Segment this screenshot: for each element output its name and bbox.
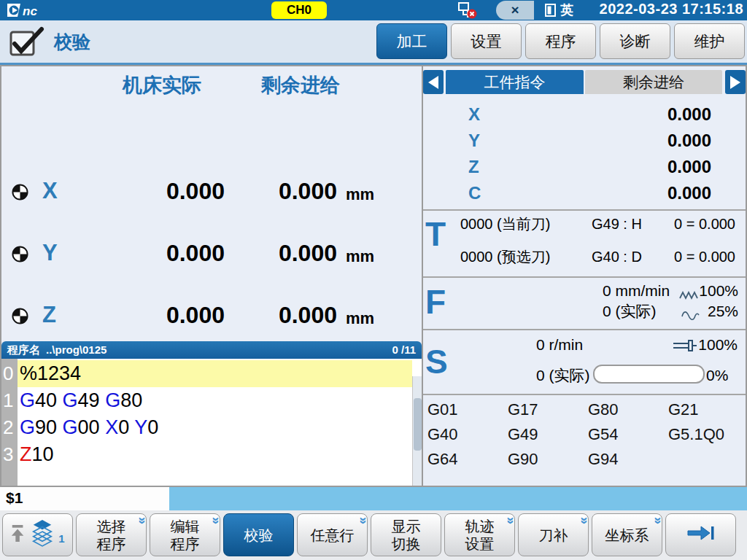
program-code: Z10	[18, 441, 412, 468]
position-panel: 机床实际 剩余进给 X0.0000.000mmY0.0000.000mmZ0.0…	[1, 66, 422, 486]
channel-status: $1	[0, 487, 169, 510]
page-title: 校验	[54, 30, 90, 54]
verify-check-icon	[9, 26, 47, 61]
svg-text:nc: nc	[23, 4, 37, 18]
coord-tabs-next-button[interactable]	[725, 70, 746, 94]
softkey-tool-compensation[interactable]: 刀补«	[518, 513, 589, 556]
input-close-button[interactable]: ×	[496, 1, 534, 20]
softkey-edit-program[interactable]: 编辑程序«	[150, 513, 220, 556]
tool-compensation: G49 : H	[592, 213, 642, 235]
gcode-status-item: G64	[427, 450, 458, 469]
code-token: Z	[20, 443, 32, 465]
program-path: ..\prog\0125	[46, 343, 107, 356]
line-number: 2	[1, 414, 18, 441]
menu-layers-icon	[31, 518, 54, 552]
coord-axis-label: Y	[468, 128, 480, 154]
channel-label: $1	[6, 487, 169, 509]
next-page-icon	[686, 524, 716, 545]
program-line[interactable]: 1G40 G49 G80	[1, 387, 412, 414]
remaining-feed-value: 0.000	[198, 302, 337, 329]
line-number: 3	[1, 441, 18, 468]
gcode-status-item: G54	[588, 425, 619, 444]
tab-machining[interactable]: 加工	[376, 23, 447, 59]
axis-row-x: X0.0000.000mm	[1, 174, 422, 211]
tab-workpiece-command[interactable]: 工件指令	[446, 70, 584, 94]
coord-row-x: X0.000	[423, 101, 746, 128]
code-token: 49	[78, 389, 106, 411]
submenu-chevron-icon: «	[209, 517, 220, 524]
axis-unit: mm	[346, 185, 374, 204]
code-token: G	[63, 416, 78, 438]
gcode-status-item: G49	[508, 425, 538, 444]
program-scrollbar[interactable]	[412, 376, 422, 486]
coord-row-c: C0.000	[423, 180, 746, 206]
softkey-trajectory-settings[interactable]: 轨迹设置«	[444, 513, 515, 556]
gcode-status-item: G40	[427, 425, 458, 444]
tab-diagnosis[interactable]: 诊断	[600, 23, 670, 59]
machine-zero-icon	[12, 184, 29, 201]
feed-row-programmed: 0 mm/min 100%	[423, 281, 746, 301]
hnc-logo-icon: nc	[6, 2, 53, 21]
tool-compensation: G40 : D	[592, 246, 642, 268]
code-token: Y	[134, 416, 147, 438]
keyboard-layout-icon[interactable]	[545, 4, 556, 20]
program-code: G40 G49 G80	[18, 387, 412, 414]
status-bar: $1	[0, 487, 747, 510]
language-indicator[interactable]: 英	[560, 1, 573, 19]
program-line[interactable]: 3Z10	[1, 441, 412, 468]
tab-program[interactable]: 程序	[525, 23, 596, 59]
softkey-menu-return[interactable]: 1	[2, 513, 73, 556]
softkey-label: 轨迹	[465, 518, 495, 535]
submenu-chevron-icon: «	[135, 517, 147, 524]
rapid-override-percent: 100%	[699, 281, 738, 301]
axis-label: Z	[42, 302, 76, 328]
program-line[interactable]: 0%1234	[1, 360, 412, 387]
scrollbar-thumb[interactable]	[414, 398, 422, 451]
axis-unit: mm	[346, 309, 374, 328]
machine-zero-icon	[12, 308, 29, 325]
gcode-status-item: G01	[427, 400, 458, 419]
tool-row: 0000 (当前刀)G49 : H0 = 0.000	[423, 213, 746, 235]
submenu-chevron-icon: «	[356, 517, 368, 524]
coord-axis-value: 0.000	[667, 154, 711, 180]
main-tabs: 加工设置程序诊断维护	[376, 23, 745, 59]
gcode-status-item: G94	[588, 450, 619, 469]
softkey-display-toggle[interactable]: 显示切换	[371, 513, 441, 556]
titlebar: nc CH0 × 英 2022-03-23 17:15:18	[0, 0, 747, 20]
softkey-verify[interactable]: 校验	[223, 513, 294, 556]
program-line[interactable]: 2G90 G00 X0 Y0	[1, 414, 412, 441]
softkey-label: 选择	[97, 518, 126, 535]
menu-page-number: 1	[58, 530, 64, 548]
axis-row-z: Z0.0000.000mm	[1, 298, 422, 335]
gcode-status-item: G80	[588, 400, 619, 419]
feed-value: 0 mm/min	[603, 281, 670, 301]
main-area: 机床实际 剩余进给 X0.0000.000mmY0.0000.000mmZ0.0…	[0, 65, 747, 487]
coord-axis-label: X	[468, 101, 480, 128]
tab-remaining-feed[interactable]: 剩余进给	[585, 70, 722, 94]
tab-settings[interactable]: 设置	[451, 23, 522, 59]
tool-number: 0000 (预选刀)	[460, 246, 550, 268]
softkey-arbitrary-line[interactable]: 任意行«	[297, 513, 368, 556]
code-token: G	[20, 389, 35, 411]
feed-row-actual: 0 (实际) 25%	[423, 301, 746, 322]
code-token: G	[105, 389, 120, 411]
spindle-override-icon	[673, 337, 699, 357]
softkey-select-program[interactable]: 选择程序«	[76, 513, 147, 556]
softkey-coordinate-system[interactable]: 坐标系«	[592, 513, 662, 556]
coord-axis-value: 0.000	[667, 101, 711, 128]
program-viewer: 程序名..\prog\0125 0 /11 0%12341G40 G49 G80…	[1, 341, 422, 486]
column-header-remaining-feed: 剩余进给	[228, 72, 374, 98]
tool-number: 0000 (当前刀)	[460, 213, 550, 235]
program-line-counter: 0 /11	[392, 341, 416, 359]
softkey-next-page[interactable]	[665, 513, 736, 556]
spindle-override-percent: 100%	[698, 335, 738, 355]
tool-offset-value: 0 = 0.000	[674, 213, 735, 235]
softkey-label: 坐标系	[605, 526, 649, 544]
tab-maintenance[interactable]: 维护	[674, 23, 745, 59]
coord-tabs-prev-button[interactable]	[423, 70, 444, 94]
coord-row-y: Y0.000	[423, 128, 746, 154]
code-token: G	[20, 416, 35, 438]
divider	[423, 329, 746, 330]
code-token: G	[63, 389, 78, 411]
program-header: 程序名..\prog\0125 0 /11	[1, 341, 422, 359]
